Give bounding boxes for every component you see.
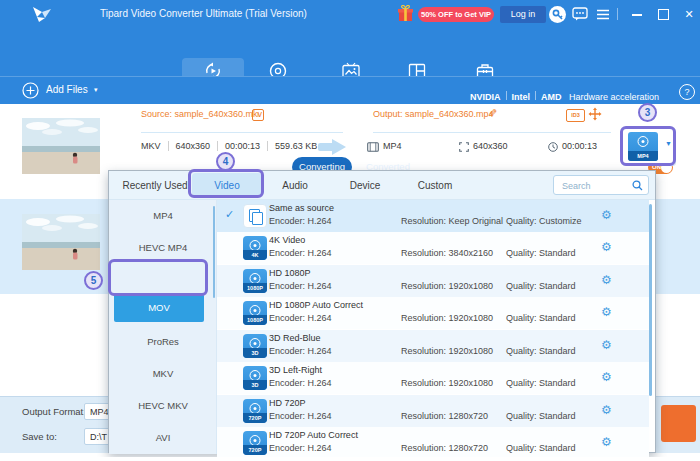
amd-label: AMD [541,92,562,102]
preset-row-3d-red-blue[interactable]: 3D 3D Red-Blue Encoder: H.264 Resolution… [217,330,649,362]
preset-720p-icon: 720P [243,399,267,423]
move-arrows-icon[interactable] [588,107,602,121]
menu-hamburger-icon[interactable] [596,9,610,20]
output-divider [373,132,611,133]
metadata-id3-icon[interactable]: ID3 [566,109,585,122]
preset-resolution: Resolution: 1280x720 [401,443,488,453]
preset-row-same-as-source[interactable]: ✓ Same as source Encoder: H.264 Resoluti… [217,200,649,232]
output-resolution-value: 640x360 [473,141,508,151]
preset-encoder: Encoder: H.264 [269,216,332,226]
preset-row-4k[interactable]: 4K 4K Video Encoder: H.264 Resolution: 3… [217,232,649,264]
preset-resolution: Resolution: 1920x1080 [401,313,493,323]
search-icon[interactable] [632,180,643,191]
preset-1080p-icon: 1080P [243,301,267,325]
preset-encoder: Encoder: H.264 [269,411,332,421]
preset-title: HD 1080P Auto Correct [269,300,363,310]
preset-quality: Quality: Standard [506,248,576,258]
preset-quality: Quality: Standard [506,313,576,323]
preset-resolution: Resolution: 1920x1080 [401,346,493,356]
gift-icon[interactable] [398,5,413,22]
toolbar: Add Files ▾ Converting Converted NVIDIAI… [0,76,700,104]
preset-quality: Quality: Standard [506,443,576,453]
preset-quality: Quality: Standard [506,281,576,291]
preset-row-720p-auto[interactable]: 720P HD 720P Auto Correct Encoder: H.264… [217,427,649,457]
container-list: MP4 HEVC MP4 MOV ProRes MKV HEVC MKV AVI… [109,200,217,454]
help-icon[interactable]: ? [679,84,695,100]
preset-720p-icon: 720P [243,431,267,455]
preset-row-1080p[interactable]: 1080P HD 1080P Encoder: H.264 Resolution… [217,265,649,297]
preset-resolution: Resolution: 1280x720 [401,411,488,421]
preset-row-720p[interactable]: 720P HD 720P Encoder: H.264 Resolution: … [217,395,649,427]
info-icon[interactable]: i [252,109,264,121]
login-button[interactable]: Log in [500,6,546,23]
container-mov-selected[interactable]: MOV [114,294,204,322]
format-panel: Recently Used Video Audio Device Custom … [108,170,656,453]
settings-gear-icon[interactable]: ⚙ [601,370,612,384]
preset-encoder: Encoder: H.264 [269,248,332,258]
preset-quality: Quality: Standard [506,378,576,388]
preset-row-1080p-auto[interactable]: 1080P HD 1080P Auto Correct Encoder: H.2… [217,297,649,329]
add-files-button[interactable]: Add Files [46,84,88,95]
annotation-box-video-tab [188,169,264,198]
same-as-source-icon [243,204,267,228]
search-input[interactable] [560,177,634,195]
feedback-chat-icon[interactable] [572,7,588,21]
preset-encoder: Encoder: H.264 [269,378,332,388]
search-box[interactable] [553,175,649,195]
tab-custom[interactable]: Custom [418,171,452,200]
convert-all-button[interactable] [661,405,696,442]
tab-recently-used[interactable]: Recently Used [122,171,187,200]
settings-gear-icon[interactable]: ⚙ [601,240,612,254]
container-hevc-mkv[interactable]: HEVC MKV [109,390,217,422]
preset-encoder: Encoder: H.264 [269,346,332,356]
preset-row-3d-left-right[interactable]: 3D 3D Left-Right Encoder: H.264 Resoluti… [217,362,649,394]
settings-gear-icon[interactable]: ⚙ [601,338,612,352]
preset-resolution: Resolution: 3840x2160 [401,248,493,258]
preset-quality: Quality: Standard [506,411,576,421]
preset-encoder: Encoder: H.264 [269,313,332,323]
preset-resolution: Resolution: 1920x1080 [401,378,493,388]
settings-gear-icon[interactable]: ⚙ [601,273,612,287]
container-mkv[interactable]: MKV [109,358,217,390]
settings-gear-icon[interactable]: ⚙ [601,305,612,319]
source-duration: 00:00:13 [217,141,260,151]
container-avi[interactable]: AVI [109,422,217,454]
minimize-button[interactable] [626,0,648,28]
add-files-caret-icon[interactable]: ▾ [94,86,98,94]
preset-quality: Quality: Standard [506,346,576,356]
format-film-icon [367,142,379,152]
preset-title: HD 720P [269,398,306,408]
tab-device[interactable]: Device [350,171,381,200]
add-files-icon[interactable] [22,82,39,99]
tab-audio[interactable]: Audio [282,171,308,200]
main-nav: Converter Ripper MV Collage [0,28,700,76]
source-meta: MKV640x36000:00:13559.63 KB [141,141,317,151]
maximize-button[interactable] [652,0,674,28]
titlebar-divider [617,8,618,20]
source-divider [141,132,343,133]
preset-3d-icon: 3D [243,334,267,358]
resolution-expand-icon [459,142,469,152]
preset-scrollbar[interactable] [649,204,652,396]
intel-label: Intel [512,92,531,102]
left-scrollbar[interactable] [213,206,215,298]
container-prores[interactable]: ProRes [109,326,217,358]
preset-title: 3D Left-Right [269,365,322,375]
close-button[interactable]: ✕ [678,0,700,28]
output-format-value: MP4 [383,141,402,151]
settings-gear-icon[interactable]: ⚙ [601,403,612,417]
duration-clock-icon [548,142,558,152]
source-format: MKV [141,141,161,151]
preset-title: HD 1080P [269,268,311,278]
promo-badge[interactable]: 50% OFF to Get VIP [418,7,494,22]
nvidia-label: NVIDIA [470,92,501,102]
source-resolution: 640x360 [168,141,211,151]
container-mp4[interactable]: MP4 [109,200,217,232]
preset-encoder: Encoder: H.264 [269,443,332,453]
register-key-icon[interactable] [549,6,566,23]
settings-gear-icon[interactable]: ⚙ [601,208,612,222]
settings-gear-icon[interactable]: ⚙ [601,435,612,449]
container-5k8k[interactable]: 5K/8K Video [109,454,217,457]
annotation-box-mov [108,259,208,296]
rename-pencil-icon[interactable]: ✎ [488,107,497,120]
